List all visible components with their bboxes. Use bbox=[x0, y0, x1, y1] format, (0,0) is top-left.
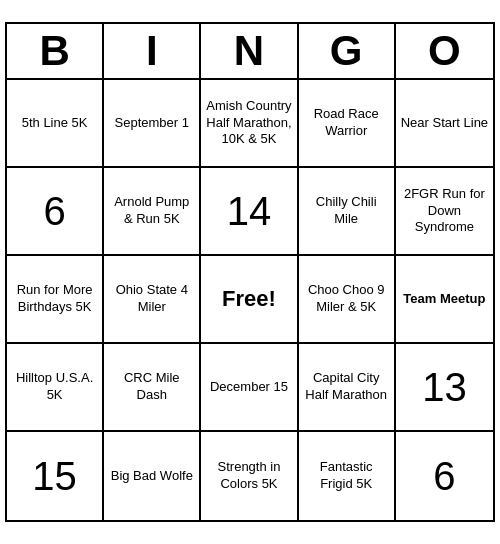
bingo-grid: 5th Line 5KSeptember 1Amish Country Half… bbox=[7, 80, 493, 520]
bingo-cell-9: 2FGR Run for Down Syndrome bbox=[396, 168, 493, 256]
bingo-cell-13: Choo Choo 9 Miler & 5K bbox=[299, 256, 396, 344]
bingo-cell-12: Free! bbox=[201, 256, 298, 344]
bingo-cell-24: 6 bbox=[396, 432, 493, 520]
header-letter-b: B bbox=[7, 24, 104, 78]
bingo-cell-0: 5th Line 5K bbox=[7, 80, 104, 168]
header-letter-i: I bbox=[104, 24, 201, 78]
bingo-cell-21: Big Bad Wolfe bbox=[104, 432, 201, 520]
bingo-cell-15: Hilltop U.S.A. 5K bbox=[7, 344, 104, 432]
bingo-cell-16: CRC Mile Dash bbox=[104, 344, 201, 432]
header-letter-n: N bbox=[201, 24, 298, 78]
bingo-header: BINGO bbox=[7, 24, 493, 80]
header-letter-o: O bbox=[396, 24, 493, 78]
bingo-cell-18: Capital City Half Marathon bbox=[299, 344, 396, 432]
bingo-cell-10: Run for More Birthdays 5K bbox=[7, 256, 104, 344]
bingo-cell-20: 15 bbox=[7, 432, 104, 520]
bingo-cell-4: Near Start Line bbox=[396, 80, 493, 168]
bingo-cell-19: 13 bbox=[396, 344, 493, 432]
bingo-cell-6: Arnold Pump & Run 5K bbox=[104, 168, 201, 256]
bingo-cell-11: Ohio State 4 Miler bbox=[104, 256, 201, 344]
header-letter-g: G bbox=[299, 24, 396, 78]
bingo-cell-2: Amish Country Half Marathon, 10K & 5K bbox=[201, 80, 298, 168]
bingo-cell-3: Road Race Warrior bbox=[299, 80, 396, 168]
bingo-card: BINGO 5th Line 5KSeptember 1Amish Countr… bbox=[5, 22, 495, 522]
bingo-cell-1: September 1 bbox=[104, 80, 201, 168]
bingo-cell-23: Fantastic Frigid 5K bbox=[299, 432, 396, 520]
bingo-cell-17: December 15 bbox=[201, 344, 298, 432]
bingo-cell-8: Chilly Chili Mile bbox=[299, 168, 396, 256]
bingo-cell-14: Team Meetup bbox=[396, 256, 493, 344]
bingo-cell-22: Strength in Colors 5K bbox=[201, 432, 298, 520]
bingo-cell-7: 14 bbox=[201, 168, 298, 256]
bingo-cell-5: 6 bbox=[7, 168, 104, 256]
